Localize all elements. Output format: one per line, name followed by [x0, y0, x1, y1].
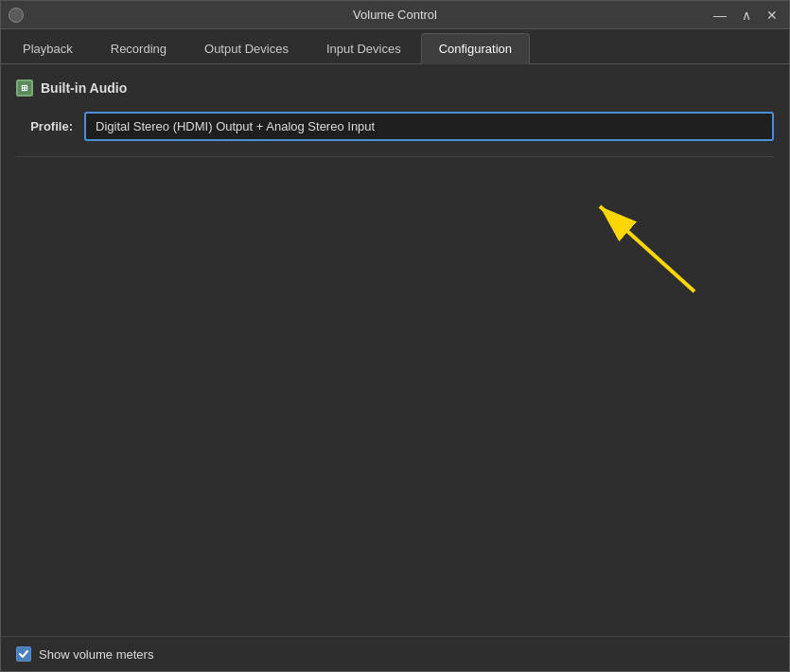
close-button[interactable]: ✕ [763, 9, 781, 22]
footer: Show volume meters [1, 636, 789, 671]
tab-recording[interactable]: Recording [93, 33, 184, 63]
arrow-svg [543, 187, 732, 301]
maximize-button[interactable]: ∧ [738, 9, 755, 22]
profile-row: Profile: Digital Stereo (HDMI) Output + … [16, 112, 774, 141]
section-header: ⊞ Built-in Audio [16, 80, 774, 97]
main-window: Volume Control — ∧ ✕ Playback Recording … [0, 0, 790, 672]
tab-bar: Playback Recording Output Devices Input … [1, 29, 789, 64]
window-icon [9, 8, 24, 23]
show-volume-meters-label: Show volume meters [39, 647, 153, 662]
main-content: ⊞ Built-in Audio Profile: Digital Stereo… [1, 64, 789, 636]
tab-input-devices[interactable]: Input Devices [308, 33, 419, 63]
titlebar-left [9, 8, 24, 23]
show-volume-meters-checkbox[interactable] [16, 646, 31, 662]
show-volume-meters-toggle[interactable]: Show volume meters [16, 646, 153, 662]
separator [16, 156, 774, 157]
profile-select[interactable]: Digital Stereo (HDMI) Output + Analog St… [84, 112, 774, 141]
tab-configuration[interactable]: Configuration [421, 33, 530, 64]
section-title: Built-in Audio [41, 80, 127, 96]
tab-output-devices[interactable]: Output Devices [186, 33, 307, 63]
svg-line-1 [600, 206, 694, 292]
profile-label: Profile: [16, 119, 73, 133]
minimize-button[interactable]: — [710, 9, 730, 22]
titlebar: Volume Control — ∧ ✕ [1, 1, 789, 29]
section-icon: ⊞ [16, 80, 33, 97]
check-icon [19, 650, 28, 658]
arrow-annotation [543, 187, 732, 301]
titlebar-title: Volume Control [353, 8, 437, 22]
tab-playback[interactable]: Playback [5, 33, 91, 63]
titlebar-controls: — ∧ ✕ [710, 9, 781, 22]
